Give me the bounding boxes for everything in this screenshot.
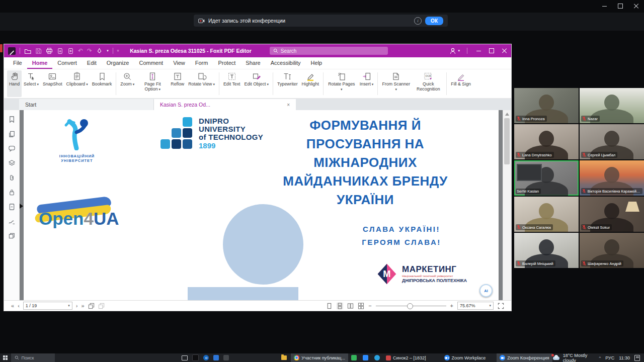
customize-caret-icon[interactable]: ▿	[117, 49, 119, 53]
vertical-scrollbar[interactable]	[503, 110, 511, 300]
menu-comment[interactable]: Comment	[134, 57, 168, 69]
quick-tool-icon[interactable]	[96, 48, 103, 54]
participant-tile[interactable]: Сергей Цымбал	[580, 124, 644, 159]
participant-tile[interactable]: Oleksii Sokur	[580, 197, 644, 232]
menu-file[interactable]: File	[8, 57, 27, 69]
clipboard-button[interactable]: Clipboard	[64, 70, 90, 97]
next-page-button[interactable]: ›	[76, 302, 78, 310]
hand-tool-button[interactable]: Hand	[7, 70, 22, 97]
foxit-minimize-icon[interactable]	[476, 51, 481, 51]
participant-tile[interactable]: Inna Pronoza	[514, 88, 579, 123]
typewriter-button[interactable]: Typewriter	[275, 70, 300, 97]
new-page-icon[interactable]	[67, 48, 74, 54]
menu-home[interactable]: Home	[27, 57, 53, 69]
snapshot-button[interactable]: SnapShot	[41, 70, 64, 97]
tab-close-icon[interactable]: ×	[287, 102, 290, 108]
zoom-level-input[interactable]: 75.67%▾	[457, 302, 494, 310]
bookmarks-panel-icon[interactable]	[8, 116, 16, 123]
highlight-button[interactable]: Highlight	[300, 70, 321, 97]
foxit-restore-icon[interactable]	[489, 48, 494, 53]
menu-edit[interactable]: Edit	[82, 57, 102, 69]
document-canvas[interactable]: ІННОВАЦІЙНИЙ УНІВЕРСИТЕТ	[20, 110, 503, 300]
reflow-button[interactable]: Reflow	[169, 70, 186, 97]
edit-object-button[interactable]: Edit Object	[243, 70, 271, 97]
comments-panel-icon[interactable]	[8, 145, 16, 152]
continuous-facing-view-icon[interactable]	[358, 303, 364, 309]
facing-view-icon[interactable]	[347, 303, 354, 309]
panel-expand-arrow-icon[interactable]	[20, 204, 23, 209]
menu-accessibility[interactable]: Accessibility	[266, 57, 306, 69]
page-fit-option-button[interactable]: Page Fit Option	[136, 70, 169, 97]
fill-and-sign-button[interactable]: Fill & Sign	[449, 70, 473, 97]
undo-icon[interactable]: ↶	[78, 48, 83, 54]
minimize-icon[interactable]	[602, 6, 607, 7]
menu-form[interactable]: Form	[190, 57, 213, 69]
quick-tool-caret-icon[interactable]: ▾	[107, 49, 109, 53]
snapshot-pages-icon[interactable]	[88, 303, 95, 309]
duplicate-page-icon[interactable]	[98, 303, 105, 309]
app-icon-green[interactable]	[351, 355, 357, 360]
menu-convert[interactable]: Convert	[52, 57, 82, 69]
close-icon[interactable]	[634, 4, 639, 9]
fullscreen-icon[interactable]	[498, 303, 504, 309]
continuous-view-icon[interactable]	[337, 303, 343, 309]
pinned-app-icon[interactable]	[213, 355, 219, 360]
account-button[interactable]: ▾	[449, 48, 460, 54]
recording-ok-button[interactable]: ОК	[425, 17, 443, 25]
app-icon-camera[interactable]	[363, 355, 368, 360]
save-icon[interactable]	[35, 48, 42, 54]
scroll-up-icon[interactable]	[505, 113, 509, 116]
print-icon[interactable]	[46, 48, 53, 54]
security-panel-icon[interactable]	[8, 189, 16, 196]
pinned-app-icon[interactable]	[192, 354, 199, 361]
single-page-view-icon[interactable]	[326, 303, 333, 309]
participant-tile[interactable]: Вікторія Василівна Каражейська	[580, 160, 644, 196]
menu-share[interactable]: Share	[240, 57, 265, 69]
from-scanner-button[interactable]: From Scanner	[380, 70, 412, 97]
taskbar-search-input[interactable]: Поиск	[11, 353, 55, 362]
export-page-icon[interactable]	[57, 48, 63, 54]
zoom-workplace-button[interactable]: Zoom Workplace	[441, 353, 489, 362]
tab-active-document[interactable]: Kasian S. preza Od... ×	[154, 99, 296, 110]
hidden-icons-chevron[interactable]: ^	[599, 355, 601, 360]
zoom-in-button[interactable]: +	[450, 303, 453, 309]
clock[interactable]: 11:30	[619, 355, 630, 360]
pinned-app-icon[interactable]	[223, 355, 229, 360]
participant-tile[interactable]: Nazar	[580, 88, 644, 123]
layers-panel-icon[interactable]	[8, 159, 16, 167]
quick-recognition-button[interactable]: OCR Quick Recognition	[412, 70, 444, 97]
rotate-view-button[interactable]: Rotate View	[186, 70, 217, 97]
maximize-icon[interactable]	[618, 4, 623, 9]
sinok-window-button[interactable]: Синок2 – [1832]	[383, 353, 429, 362]
zoom-slider[interactable]	[376, 303, 446, 309]
previous-page-button[interactable]: ‹	[18, 302, 20, 310]
participant-tile[interactable]: Оксана Сагалюк	[514, 197, 579, 232]
participant-tile[interactable]: Lana Dmytrashko	[514, 124, 579, 159]
language-indicator[interactable]: РУС	[605, 355, 614, 360]
page-number-input[interactable]: 1 / 19▾	[23, 302, 72, 310]
chrome-window-button[interactable]: Участник публикац...	[291, 353, 348, 362]
zoom-conference-button[interactable]: Zoom Конференция	[497, 353, 552, 362]
menu-organize[interactable]: Organize	[102, 57, 134, 69]
zoom-out-button[interactable]: −	[368, 303, 371, 309]
file-explorer-icon[interactable]	[281, 355, 287, 360]
menu-help[interactable]: Help	[306, 57, 328, 69]
select-tool-button[interactable]: Select	[22, 70, 41, 97]
start-button[interactable]	[0, 353, 11, 362]
participant-tile-active-speaker[interactable]: Serhii Kasian	[514, 160, 579, 196]
foxit-close-icon[interactable]	[502, 48, 507, 53]
outlook-icon[interactable]: o	[203, 355, 209, 360]
first-page-button[interactable]: «	[11, 302, 14, 310]
zoom-slider-knob[interactable]	[407, 303, 413, 309]
tab-start[interactable]: Start	[19, 99, 154, 110]
task-view-icon[interactable]	[182, 355, 188, 360]
split-view-icon[interactable]	[8, 232, 16, 240]
app-icon-telegram[interactable]	[374, 355, 380, 360]
info-icon[interactable]: i	[414, 17, 422, 25]
participant-tile[interactable]: Валерій Мніцький	[514, 233, 579, 268]
signatures-panel-icon[interactable]	[8, 218, 16, 225]
fields-panel-icon[interactable]	[8, 203, 16, 211]
menu-view[interactable]: View	[168, 57, 190, 69]
weather-label[interactable]: 18°C Mostly cloudy	[563, 353, 595, 362]
rotate-pages-button[interactable]: Rotate Pages	[326, 70, 358, 97]
